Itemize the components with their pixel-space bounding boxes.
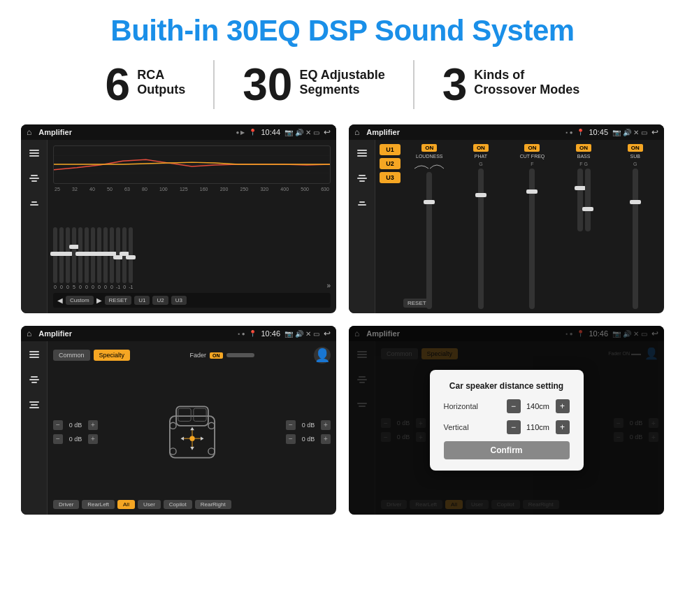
eq-thumb-2[interactable] (63, 252, 73, 256)
dialog-horizontal-value: 140cm (524, 402, 552, 410)
svg-rect-5 (178, 408, 190, 421)
screen-dialog: ⌂ Amplifier ▪ ● 📍 10:46 📷 🔊 ✕ ▭ ↩ (349, 326, 664, 515)
btn-all[interactable]: All (117, 500, 135, 509)
eq-u3-btn[interactable]: U3 (171, 296, 187, 305)
eq-u2-btn[interactable]: U2 (152, 296, 168, 305)
db-val-bl: 0 dB (66, 436, 85, 443)
control-loudness: ON LOUDNESS (405, 144, 454, 309)
fader-on-badge[interactable]: ON (210, 352, 223, 359)
home-icon-2[interactable]: ⌂ (354, 127, 359, 137)
eq-val-2: 0 (66, 285, 69, 289)
sidebar-eq-icon[interactable] (27, 147, 42, 159)
eq-custom-btn[interactable]: Custom (66, 296, 94, 305)
home-icon-1[interactable]: ⌂ (27, 127, 31, 137)
eq-slider-track-2[interactable] (66, 227, 70, 283)
db-plus-tl[interactable]: + (88, 420, 98, 430)
spk-top-row: Common Specialty Fader ON 👤 (53, 347, 331, 364)
sidebar-eq-icon-2[interactable] (354, 147, 370, 159)
bass-thumb-f[interactable] (575, 186, 586, 190)
main-title: Buith-in 30EQ DSP Sound System (110, 14, 574, 48)
x-icon-2: ✕ (633, 129, 639, 136)
eq-val-6: 0 (92, 285, 94, 289)
dialog-vertical-plus[interactable]: + (556, 420, 570, 434)
dialog-vertical-label: Vertical (444, 423, 469, 431)
eq-u1-btn[interactable]: U1 (134, 296, 150, 305)
loudness-thumb[interactable] (424, 200, 435, 204)
preset-u1[interactable]: U1 (380, 144, 401, 155)
sidebar-expand-icon-3[interactable] (27, 399, 42, 411)
dialog-vertical-row: Vertical − 110cm + (444, 420, 570, 434)
eq-reset-btn[interactable]: RESET (105, 296, 132, 305)
sub-on[interactable]: ON (628, 144, 643, 152)
confirm-button[interactable]: Confirm (444, 441, 570, 459)
eq-val-11: 0 (123, 285, 126, 289)
sub-thumb[interactable] (630, 200, 641, 204)
stat-number-3: 3 (442, 62, 468, 107)
db-minus-br[interactable]: − (286, 434, 296, 444)
sidebar-vol-icon[interactable] (27, 197, 42, 210)
btn-rearright[interactable]: RearRight (195, 500, 231, 509)
stat-number-30: 30 (243, 62, 292, 107)
sidebar-eq-icon-3[interactable] (27, 348, 42, 361)
db-plus-tr[interactable]: + (321, 420, 331, 430)
loudness-on[interactable]: ON (421, 144, 437, 152)
sub-slider[interactable] (633, 169, 638, 309)
rect-icon-3: ▭ (313, 330, 319, 338)
spk-layout: − 0 dB + − 0 dB + (53, 368, 331, 496)
loudness-slider[interactable] (426, 172, 432, 309)
screens-grid: ⌂ Amplifier ● ▶ 📍 10:44 📷 🔊 ✕ ▭ ↩ (21, 124, 664, 515)
sidebar-wave-icon-2[interactable] (354, 172, 370, 185)
screen3-title: Amplifier (38, 329, 233, 338)
pin-icon-2: 📍 (577, 129, 584, 136)
db-minus-bl[interactable]: − (53, 434, 63, 444)
btn-driver[interactable]: Driver (53, 500, 79, 509)
phat-slider[interactable] (478, 169, 484, 309)
home-icon-3[interactable]: ⌂ (27, 329, 31, 338)
dialog-horizontal-row: Horizontal − 140cm + (444, 399, 570, 413)
eq-slider-track-12[interactable] (129, 227, 133, 283)
eq-val-9: 0 (110, 285, 113, 289)
sidebar-wave-icon-3[interactable] (27, 373, 42, 386)
fader-slider[interactable] (226, 353, 254, 357)
db-val-tl: 0 dB (66, 422, 85, 429)
freq-32: 32 (72, 187, 78, 192)
tab-specialty[interactable]: Specialty (94, 350, 131, 361)
phat-on[interactable]: ON (473, 144, 489, 152)
amp-reset-btn[interactable]: RESET (403, 299, 431, 308)
btn-copilot[interactable]: Copilot (164, 500, 192, 509)
back-icon-1[interactable]: ↩ (324, 127, 331, 137)
next-arrow[interactable]: ▶ (96, 296, 102, 304)
dialog-horizontal-plus[interactable]: + (556, 399, 570, 413)
sidebar-vol-icon-2[interactable] (354, 197, 370, 210)
tab-common[interactable]: Common (53, 350, 90, 361)
cutfreq-thumb[interactable] (526, 189, 538, 194)
cutfreq-on[interactable]: ON (524, 144, 540, 152)
dialog-horizontal-minus[interactable]: − (507, 399, 521, 413)
prev-arrow[interactable]: ◀ (57, 296, 63, 304)
bass-thumb-g[interactable] (582, 207, 593, 211)
btn-user[interactable]: User (138, 500, 161, 509)
db-val-tr: 0 dB (298, 422, 318, 429)
phat-thumb[interactable] (475, 193, 486, 197)
bass-slider-f[interactable] (577, 169, 583, 231)
bass-slider-g[interactable] (585, 169, 591, 231)
dialog-vertical-minus[interactable]: − (507, 420, 521, 434)
cutfreq-slider[interactable] (529, 169, 535, 309)
avatar-icon[interactable]: 👤 (314, 347, 331, 364)
db-plus-br[interactable]: + (321, 434, 331, 444)
db-row-tl: − 0 dB + (53, 420, 98, 430)
eq-expand-icon[interactable]: » (326, 282, 331, 289)
db-minus-tl[interactable]: − (53, 420, 63, 430)
preset-u3[interactable]: U3 (380, 172, 401, 183)
back-icon-3[interactable]: ↩ (324, 329, 331, 338)
eq-thumb-12[interactable] (126, 255, 136, 259)
sidebar-wave-icon[interactable] (27, 172, 42, 185)
btn-rearleft[interactable]: RearLeft (82, 500, 115, 509)
db-minus-tr[interactable]: − (286, 420, 296, 430)
db-plus-bl[interactable]: + (88, 434, 98, 444)
bass-on[interactable]: ON (576, 144, 591, 152)
preset-u2[interactable]: U2 (380, 158, 401, 169)
back-icon-2[interactable]: ↩ (651, 127, 658, 137)
eq-val-7: 0 (98, 285, 101, 289)
eq-thumb-3[interactable] (69, 245, 79, 249)
